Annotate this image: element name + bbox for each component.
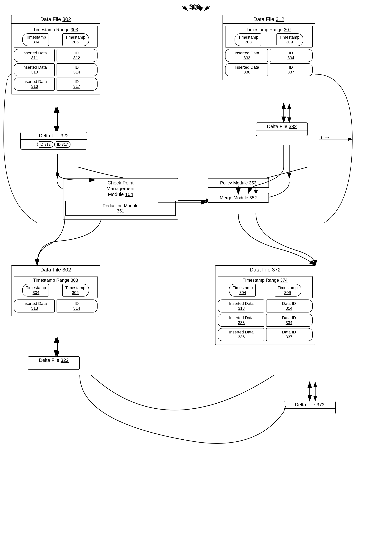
bottom-right-row-2: Inserted Data333 Data ID334 <box>218 314 313 327</box>
policy-module: Policy Module 353 <box>208 178 269 188</box>
delta-322-content: ID 312 ID 317 <box>21 140 87 149</box>
top-right-row2-right: ID337 <box>270 63 313 76</box>
checkpoint-module-title: Check PointManagementModule 104 <box>63 179 178 199</box>
bottom-right-row1-right: Data ID314 <box>266 300 313 313</box>
top-left-ts-range: Timestamp Range 303 Timestamp304 Timesta… <box>14 26 98 48</box>
reduction-module: Reduction Module351 <box>65 201 176 216</box>
delta-373-title: Delta File 373 <box>284 401 335 409</box>
top-left-row-2: Inserted Data313 ID314 <box>14 63 98 76</box>
delta-332-title: Delta File 332 <box>256 123 308 130</box>
delta-322-title: Delta File 322 <box>21 132 87 140</box>
top-left-row1-left: Inserted Data311 <box>14 49 55 62</box>
delta-332: Delta File 332 <box>256 122 308 136</box>
top-right-row1-right: ID334 <box>270 49 313 62</box>
delta-373: Delta File 373 <box>284 401 336 414</box>
bottom-right-ts2: Timestamp309 <box>275 284 301 297</box>
time-arrow-label: t → <box>321 134 330 141</box>
bottom-left-ts-range: Timestamp Range 303 Timestamp304 Timesta… <box>14 276 98 298</box>
bottom-right-row-3: Inserted Data336 Data ID337 <box>218 328 313 341</box>
diagram-label: ← 300 → <box>182 3 208 11</box>
checkpoint-module: Check PointManagementModule 104 Reductio… <box>63 178 178 220</box>
bottom-right-data-file: Data File 372 Timestamp Range 374 Timest… <box>215 265 315 345</box>
top-left-ts2: Timestamp306 <box>62 33 89 46</box>
bottom-right-row-1: Inserted Data313 Data ID314 <box>218 300 313 313</box>
delta-322-id2: ID 317 <box>54 141 70 148</box>
delta-322-bottom: Delta File 322 <box>28 356 80 370</box>
bottom-left-row1-right: ID314 <box>56 300 98 313</box>
merge-module: Merge Module 352 <box>208 193 269 203</box>
top-left-row3-left: Inserted Data316 <box>14 78 55 91</box>
top-left-row-1: Inserted Data311 ID312 <box>14 49 98 62</box>
delta-322-top: Delta File 322 ID 312 ID 317 <box>21 132 87 150</box>
bottom-left-file-title: Data File 302 <box>12 266 100 274</box>
top-left-row3-right: ID317 <box>56 78 98 91</box>
delta-322b-title: Delta File 322 <box>28 357 79 364</box>
top-right-row-2: Inserted Data336 ID337 <box>225 63 313 76</box>
top-right-file-title: Data File 312 <box>223 15 315 24</box>
bottom-left-ts2: Timestamp306 <box>62 284 89 297</box>
top-left-row-3: Inserted Data316 ID317 <box>14 78 98 91</box>
top-right-row1-left: Inserted Data333 <box>225 49 268 62</box>
bottom-right-row2-right: Data ID334 <box>266 314 313 327</box>
bottom-right-row2-left: Inserted Data333 <box>218 314 264 327</box>
policy-module-title: Policy Module 353 <box>208 179 268 187</box>
top-right-row2-left: Inserted Data336 <box>225 63 268 76</box>
top-left-row1-right: ID312 <box>56 49 98 62</box>
top-right-row-1: Inserted Data333 ID334 <box>225 49 313 62</box>
top-right-ts1: Timestamp308 <box>235 33 261 46</box>
bottom-right-row3-right: Data ID337 <box>266 328 313 341</box>
bottom-right-file-title: Data File 372 <box>216 266 315 274</box>
top-left-data-file: Data File 302 Timestamp Range 303 Timest… <box>11 15 100 94</box>
bottom-right-ts-range: Timestamp Range 374 Timestamp304 Timesta… <box>218 276 313 298</box>
bottom-left-data-file: Data File 302 Timestamp Range 303 Timest… <box>11 265 100 316</box>
top-right-ts2: Timestamp309 <box>276 33 303 46</box>
bottom-left-row1-left: Inserted Data313 <box>14 300 55 313</box>
bottom-left-ts1: Timestamp304 <box>22 284 49 297</box>
top-left-row2-left: Inserted Data313 <box>14 63 55 76</box>
top-left-file-title: Data File 302 <box>12 15 100 24</box>
delta-322-id1: ID 312 <box>37 141 53 148</box>
top-right-ts-range: Timestamp Range 307 Timestamp308 Timesta… <box>225 26 313 48</box>
top-right-data-file: Data File 312 Timestamp Range 307 Timest… <box>223 15 315 80</box>
top-left-ts1: Timestamp304 <box>22 33 49 46</box>
bottom-right-row3-left: Inserted Data336 <box>218 328 264 341</box>
top-left-row2-right: ID314 <box>56 63 98 76</box>
bottom-left-row-1: Inserted Data313 ID314 <box>14 300 98 313</box>
merge-module-title: Merge Module 352 <box>208 193 268 202</box>
bottom-right-row1-left: Inserted Data313 <box>218 300 264 313</box>
bottom-right-ts1: Timestamp304 <box>229 284 256 297</box>
